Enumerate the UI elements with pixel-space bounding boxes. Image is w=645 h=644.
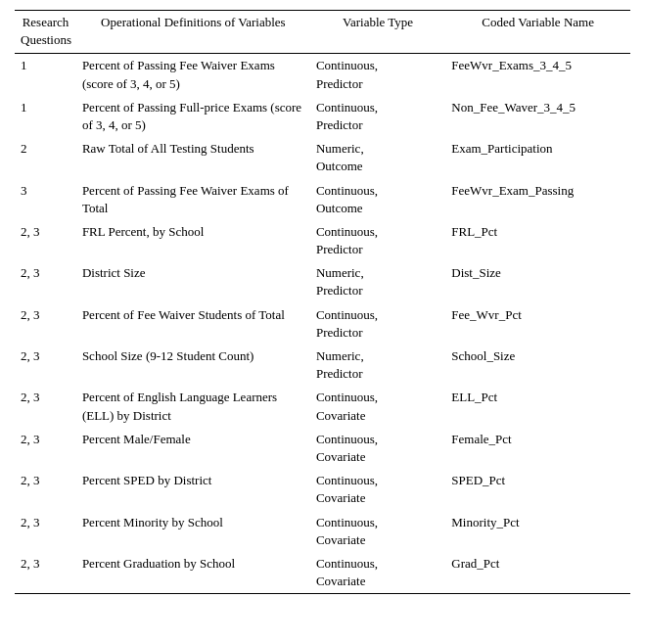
cell-type: Continuous,Covariate [310, 552, 445, 594]
table-row: 2, 3Percent SPED by DistrictContinuous,C… [15, 469, 630, 510]
cell-rq: 2, 3 [15, 261, 76, 302]
cell-type: Continuous,Covariate [310, 469, 445, 510]
cell-rq: 2, 3 [15, 469, 76, 510]
cell-code: Female_Pct [445, 428, 630, 469]
cell-type: Continuous,Predictor [310, 220, 445, 261]
cell-definition: FRL Percent, by School [76, 220, 310, 261]
cell-type: Continuous,Predictor [310, 54, 445, 96]
cell-rq: 2, 3 [15, 345, 76, 386]
table-row: 2, 3Percent Male/FemaleContinuous,Covari… [15, 428, 630, 469]
cell-definition: District Size [76, 261, 310, 302]
cell-rq: 2, 3 [15, 428, 76, 469]
cell-code: FeeWvr_Exams_3_4_5 [445, 54, 630, 96]
cell-type: Continuous,Covariate [310, 386, 445, 427]
cell-code: Exam_Participation [445, 137, 630, 178]
table-row: 2Raw Total of All Testing StudentsNumeri… [15, 137, 630, 178]
cell-definition: Percent Graduation by School [76, 552, 310, 594]
cell-code: Non_Fee_Waver_3_4_5 [445, 96, 630, 137]
table-row: 2, 3Percent of Fee Waiver Students of To… [15, 303, 630, 345]
header-definition: Operational Definitions of Variables [76, 11, 310, 54]
cell-type: Continuous,Predictor [310, 303, 445, 345]
cell-definition: Percent SPED by District [76, 469, 310, 510]
cell-rq: 1 [15, 96, 76, 137]
table-row: 1Percent of Passing Fee Waiver Exams (sc… [15, 54, 630, 96]
cell-code: Fee_Wvr_Pct [445, 303, 630, 345]
cell-type: Continuous,Covariate [310, 511, 445, 552]
table-row: 2, 3Percent Graduation by SchoolContinuo… [15, 552, 630, 594]
cell-rq: 2, 3 [15, 220, 76, 261]
cell-definition: Raw Total of All Testing Students [76, 137, 310, 178]
cell-type: Continuous,Outcome [310, 179, 445, 220]
cell-code: School_Size [445, 345, 630, 386]
header-rq: Research Questions [15, 11, 76, 54]
cell-code: FeeWvr_Exam_Passing [445, 179, 630, 220]
cell-rq: 1 [15, 54, 76, 96]
table-row: 2, 3FRL Percent, by SchoolContinuous,Pre… [15, 220, 630, 261]
cell-definition: Percent Male/Female [76, 428, 310, 469]
cell-code: Dist_Size [445, 261, 630, 302]
cell-rq: 2, 3 [15, 303, 76, 345]
cell-rq: 2, 3 [15, 386, 76, 427]
table-row: 2, 3Percent of English Language Learners… [15, 386, 630, 427]
table-row: 2, 3Percent Minority by SchoolContinuous… [15, 511, 630, 552]
cell-definition: Percent of Passing Full-price Exams (sco… [76, 96, 310, 137]
table-row: 2, 3District SizeNumeric,PredictorDist_S… [15, 261, 630, 302]
header-code: Coded Variable Name [445, 11, 630, 54]
cell-definition: Percent of Passing Fee Waiver Exams (sco… [76, 54, 310, 96]
cell-definition: Percent Minority by School [76, 511, 310, 552]
cell-type: Numeric,Predictor [310, 261, 445, 302]
table-row: 2, 3School Size (9-12 Student Count)Nume… [15, 345, 630, 386]
cell-type: Numeric,Predictor [310, 345, 445, 386]
table-row: 1Percent of Passing Full-price Exams (sc… [15, 96, 630, 137]
cell-definition: Percent of Fee Waiver Students of Total [76, 303, 310, 345]
cell-rq: 3 [15, 179, 76, 220]
cell-type: Numeric,Outcome [310, 137, 445, 178]
cell-code: Grad_Pct [445, 552, 630, 594]
cell-rq: 2, 3 [15, 511, 76, 552]
cell-code: Minority_Pct [445, 511, 630, 552]
cell-code: SPED_Pct [445, 469, 630, 510]
cell-rq: 2, 3 [15, 552, 76, 594]
table-row: 3Percent of Passing Fee Waiver Exams of … [15, 179, 630, 220]
cell-definition: Percent of Passing Fee Waiver Exams of T… [76, 179, 310, 220]
cell-type: Continuous,Predictor [310, 96, 445, 137]
cell-type: Continuous,Covariate [310, 428, 445, 469]
header-type: Variable Type [310, 11, 445, 54]
cell-definition: School Size (9-12 Student Count) [76, 345, 310, 386]
cell-code: FRL_Pct [445, 220, 630, 261]
cell-code: ELL_Pct [445, 386, 630, 427]
cell-definition: Percent of English Language Learners (EL… [76, 386, 310, 427]
cell-rq: 2 [15, 137, 76, 178]
